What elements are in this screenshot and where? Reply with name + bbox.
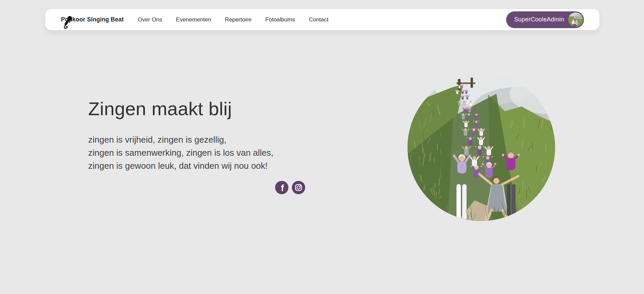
admin-avatar <box>568 12 583 27</box>
logo[interactable]: Popkoor Singing Beat <box>61 16 124 23</box>
hero-line-2: zingen is samenwerking, zingen is los va… <box>88 148 273 158</box>
main-navigation: Over Ons Evenementen Repertoire Fotoalbu… <box>138 16 328 23</box>
nav-item-fotoalbums[interactable]: Fotoalbums <box>265 16 295 23</box>
hero-paragraph: zingen is vrijheid, zingen is gezellig, … <box>88 133 273 172</box>
choir-photo <box>408 74 555 221</box>
hero-line-3: zingen is gewoon leuk, dat vinden wij no… <box>88 161 268 171</box>
logo-text: Popkoor Singing Beat <box>61 16 124 23</box>
page-background: Popkoor Singing Beat Over Ons Evenemente… <box>0 0 644 294</box>
admin-account-label: SuperCooleAdmin <box>514 16 564 23</box>
navbar: Popkoor Singing Beat Over Ons Evenemente… <box>45 9 599 30</box>
nav-item-contact[interactable]: Contact <box>309 16 329 23</box>
svg-text:f: f <box>281 183 284 193</box>
instagram-icon[interactable] <box>292 181 305 194</box>
hero-line-1: zingen is vrijheid, zingen is gezellig, <box>88 135 226 145</box>
page-title: Zingen maakt blij <box>88 98 232 120</box>
nav-item-repertoire[interactable]: Repertoire <box>225 16 251 23</box>
social-links: f <box>275 181 305 194</box>
choir-photo-illustration <box>408 74 555 221</box>
nav-item-over-ons[interactable]: Over Ons <box>138 16 162 23</box>
admin-account-button[interactable]: SuperCooleAdmin <box>506 11 584 28</box>
facebook-icon[interactable]: f <box>275 181 288 194</box>
nav-item-evenementen[interactable]: Evenementen <box>176 16 211 23</box>
